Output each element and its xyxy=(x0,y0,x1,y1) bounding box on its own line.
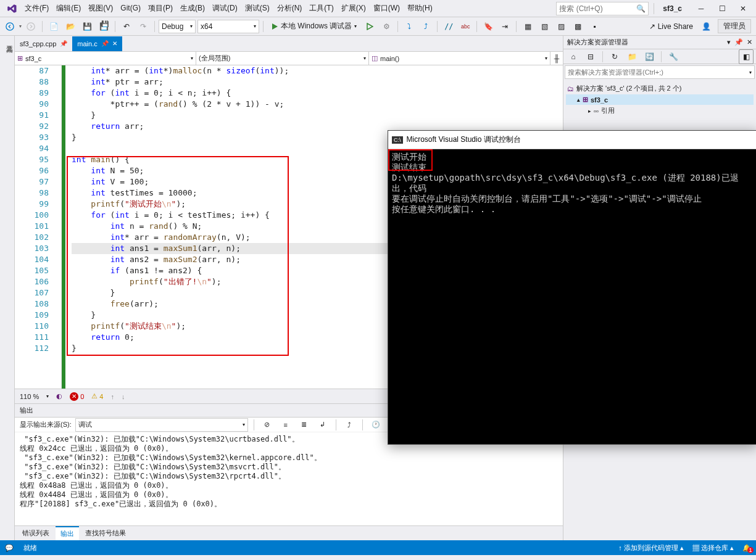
bookmark-button[interactable]: 🔖 xyxy=(481,19,496,34)
output-clear-button[interactable]: ⊘ xyxy=(260,418,275,432)
step-over-button[interactable]: ⤴ xyxy=(418,19,433,34)
live-share-button[interactable]: ↗ Live Share xyxy=(646,21,697,32)
toolbox-sidebar-tab[interactable]: 工具箱 xyxy=(0,36,15,540)
layout5-button[interactable]: ▪ xyxy=(587,19,602,34)
error-count[interactable]: ✕0 xyxy=(70,392,84,401)
bottom-tab[interactable]: 输出 xyxy=(56,526,79,540)
output-wrap-button[interactable]: ↲ xyxy=(315,418,330,432)
editor-tab[interactable]: main.c📌✕ xyxy=(72,36,122,51)
step-into-button[interactable]: ⤵ xyxy=(402,19,417,34)
panel-close-icon[interactable]: ✕ xyxy=(747,38,752,46)
output-source-dropdown[interactable]: 调试▾ xyxy=(75,418,248,432)
window-close-button[interactable]: ✕ xyxy=(733,2,754,15)
main-toolbar: ▾ 📄 📂 💾 💾💾 ↶ ↷ Debug▾ x64▾ 本地 Windows 调试… xyxy=(0,17,756,36)
layout3-button[interactable]: ▨ xyxy=(554,19,568,34)
select-repo-button[interactable]: ▦ 选择仓库 ▴ xyxy=(692,543,734,553)
tree-references-node[interactable]: ▸ ▫▫ 引用 xyxy=(566,105,754,117)
new-project-button[interactable]: 📄 xyxy=(46,19,61,34)
nav-project-dropdown[interactable]: ⊞ sf3_c▾ xyxy=(15,52,196,65)
se-collapse-button[interactable]: ⊟ xyxy=(583,49,598,64)
abc-button[interactable]: abc xyxy=(458,19,473,34)
panel-dropdown-icon[interactable]: ▾ xyxy=(727,38,731,46)
output-text[interactable]: "sf3_c.exe"(Win32): 已加载"C:\Windows\Syste… xyxy=(15,432,563,525)
expand-icon[interactable]: ▸ xyxy=(588,108,591,114)
menu-item[interactable]: 编辑(E) xyxy=(52,1,85,15)
admin-badge[interactable]: 管理员 xyxy=(718,19,751,33)
save-button[interactable]: 💾 xyxy=(80,19,94,34)
indent-button[interactable]: ⇥ xyxy=(497,19,512,34)
save-all-button[interactable]: 💾💾 xyxy=(96,19,111,34)
dropdown-icon[interactable]: ▾ xyxy=(19,23,22,29)
menu-item[interactable]: 帮助(H) xyxy=(404,1,436,15)
window-maximize-button[interactable]: ☐ xyxy=(712,2,733,15)
menu-item[interactable]: 工具(T) xyxy=(305,1,337,15)
nav-up-button[interactable]: ↑ xyxy=(110,393,114,400)
output-goto-button[interactable]: ⤴ xyxy=(342,418,357,432)
expand-icon[interactable]: ▴ xyxy=(577,97,580,103)
menu-item[interactable]: 调试(D) xyxy=(209,1,241,15)
bottom-tab[interactable]: 错误列表 xyxy=(17,527,54,540)
se-show-all-button[interactable]: 📁 xyxy=(625,49,639,64)
zoom-level[interactable]: 110 % xyxy=(20,393,39,400)
feedback-button[interactable]: 👤 xyxy=(699,19,713,34)
se-properties-button[interactable]: 🔧 xyxy=(666,49,681,64)
tree-project-node[interactable]: ▴ ⊞ sf3_c xyxy=(566,94,754,105)
redo-button[interactable]: ↷ xyxy=(136,19,151,34)
nav-forward-button[interactable] xyxy=(23,19,38,34)
output-toggle1-button[interactable]: ≡ xyxy=(278,418,293,432)
menu-item[interactable]: 扩展(X) xyxy=(338,1,370,15)
editor-tab[interactable]: sf3_cpp.cpp📌 xyxy=(15,36,72,51)
source-control-button[interactable]: ↑ 添加到源代码管理 ▴ xyxy=(618,543,684,553)
panel-pin-icon[interactable]: 📌 xyxy=(734,38,743,46)
configuration-dropdown[interactable]: Debug▾ xyxy=(159,20,196,33)
global-search-input[interactable]: 🔍 xyxy=(556,2,649,15)
window-minimize-button[interactable]: ─ xyxy=(691,2,712,15)
info-icon[interactable]: ◐ xyxy=(56,392,62,400)
build-button[interactable]: ⚙ xyxy=(379,19,394,34)
notifications-button[interactable]: 🔔1 xyxy=(742,544,751,552)
layout4-button[interactable]: ▩ xyxy=(570,19,585,34)
nav-scope-dropdown[interactable]: (全局范围)▾ xyxy=(196,52,369,65)
start-debugging-button[interactable]: 本地 Windows 调试器 ▾ xyxy=(267,19,360,34)
open-button[interactable]: 📂 xyxy=(63,19,78,34)
nav-down-button[interactable]: ↓ xyxy=(122,393,125,400)
pin-icon[interactable]: 📌 xyxy=(60,40,67,47)
menu-item[interactable]: 测试(S) xyxy=(241,1,273,15)
bottom-tab[interactable]: 查找符号结果 xyxy=(80,527,131,540)
comment-button[interactable]: // xyxy=(441,19,456,34)
project-icon: ⊞ xyxy=(17,54,23,62)
console-output[interactable]: 测试开始测试结束D:\mysetup\gopath\src\dsy\sf3_c\… xyxy=(388,149,756,444)
menu-item[interactable]: 分析(N) xyxy=(273,1,306,15)
nav-member-dropdown[interactable]: ◫ main()▾ xyxy=(369,52,550,65)
menu-item[interactable]: 视图(V) xyxy=(85,1,117,15)
layout1-button[interactable]: ▦ xyxy=(520,19,535,34)
menu-item[interactable]: 生成(B) xyxy=(177,1,209,15)
split-editor-button[interactable]: ╫ xyxy=(550,52,563,65)
solution-explorer-search[interactable]: ▾ xyxy=(565,65,755,79)
menu-item[interactable]: 项目(P) xyxy=(144,1,177,15)
debug-console-window[interactable]: C:\ Microsoft Visual Studio 调试控制台 测试开始测试… xyxy=(388,130,756,445)
tree-solution-node[interactable]: 🗂 解决方案 'sf3_c' (2 个项目, 共 2 个) xyxy=(566,83,754,94)
pin-icon[interactable]: 📌 xyxy=(101,40,109,47)
console-titlebar[interactable]: C:\ Microsoft Visual Studio 调试控制台 xyxy=(388,131,756,149)
output-toggle2-button[interactable]: ≣ xyxy=(297,418,312,432)
search-icon: 🔍 xyxy=(636,4,646,13)
undo-button[interactable]: ↶ xyxy=(119,19,134,34)
se-sync-button[interactable]: ↻ xyxy=(607,49,622,64)
menu-item[interactable]: 窗口(W) xyxy=(370,1,404,15)
layout2-button[interactable]: ▧ xyxy=(537,19,552,34)
se-home-button[interactable]: ⌂ xyxy=(566,49,581,64)
menu-item[interactable]: 文件(F) xyxy=(21,1,52,15)
se-view-button[interactable]: ◧ xyxy=(739,49,754,64)
platform-dropdown[interactable]: x64▾ xyxy=(197,20,259,33)
nav-back-button[interactable] xyxy=(2,19,17,34)
close-icon[interactable]: ✕ xyxy=(112,40,117,47)
solution-icon: 🗂 xyxy=(567,85,574,93)
solution-name-label: sf3_c xyxy=(654,3,691,14)
warning-count[interactable]: ⚠4 xyxy=(91,392,103,400)
start-without-debugging-button[interactable] xyxy=(362,19,377,34)
se-refresh-button[interactable]: 🔄 xyxy=(642,49,657,64)
visual-studio-logo-icon xyxy=(6,3,17,14)
menu-item[interactable]: Git(G) xyxy=(117,1,144,15)
output-timestamp-button[interactable]: 🕐 xyxy=(368,418,383,432)
